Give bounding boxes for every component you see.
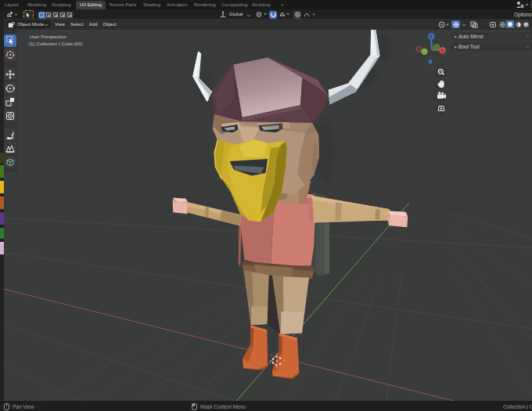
svg-text:X: X [440,49,444,53]
svg-text:(1) Collection | Cube.001: (1) Collection | Cube.001 [29,41,83,46]
svg-text:Z: Z [430,34,433,39]
svg-text:User Perspective: User Perspective [30,34,67,39]
